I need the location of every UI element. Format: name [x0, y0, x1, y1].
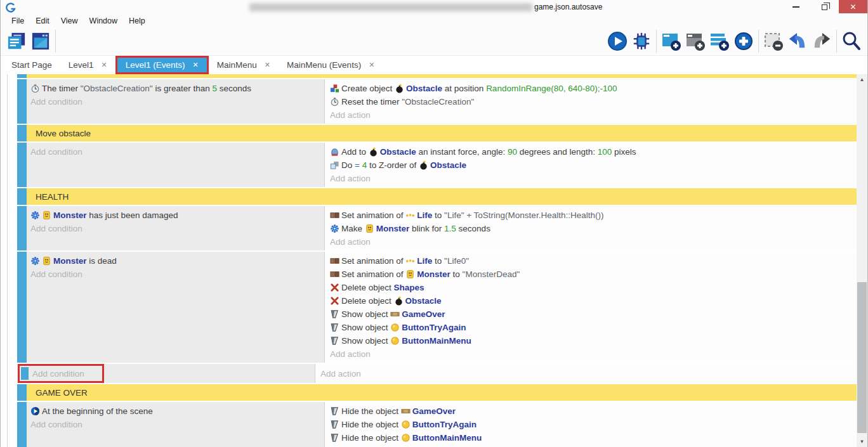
event-handle[interactable]: [17, 384, 27, 401]
events-sheet-icon[interactable]: [4, 29, 29, 54]
conditions-column: Add condition: [17, 364, 315, 383]
event-handle[interactable]: [17, 252, 27, 363]
event-block[interactable]: Monster has just been damagedAdd conditi…: [17, 206, 858, 250]
text-segment: degrees and length:: [517, 147, 598, 157]
delete-icon: [330, 283, 340, 292]
add-action-button[interactable]: Add action: [330, 108, 858, 122]
event-handle[interactable]: [17, 79, 27, 124]
add-condition-button[interactable]: Add condition: [30, 418, 324, 431]
scene-editor-icon[interactable]: [29, 29, 53, 54]
close-icon[interactable]: ✕: [265, 61, 270, 69]
menu-view[interactable]: View: [55, 16, 84, 25]
comment-row[interactable]: [27, 74, 858, 78]
action-row[interactable]: Hide the object GameOver: [330, 405, 858, 418]
menu-file[interactable]: File: [6, 16, 30, 25]
close-icon[interactable]: ✕: [102, 61, 107, 69]
add-condition-button[interactable]: Add condition: [30, 222, 324, 235]
action-row[interactable]: Delete object Obstacle: [330, 294, 858, 308]
action-row[interactable]: Hide the object ButtonTryAgain: [330, 418, 858, 431]
event-handle[interactable]: [17, 74, 27, 78]
play-icon[interactable]: [605, 29, 629, 54]
event-block[interactable]: The timer "ObstacleCreation" is greater …: [17, 79, 858, 124]
monster-icon: [365, 224, 375, 233]
event-handle[interactable]: [17, 402, 27, 447]
tab-mainmenu[interactable]: MainMenu✕: [209, 56, 279, 74]
event-handle[interactable]: [17, 125, 27, 141]
add-condition-button[interactable]: Add condition: [32, 369, 84, 379]
event-handle[interactable]: [17, 143, 27, 187]
close-icon[interactable]: ✕: [193, 61, 199, 69]
add-subevent-icon[interactable]: [683, 29, 707, 54]
remove-event-icon[interactable]: [761, 29, 786, 54]
event-block[interactable]: At the beginning of the sceneAdd conditi…: [17, 402, 858, 447]
event-handle[interactable]: [17, 188, 27, 205]
tab-level1[interactable]: Level1✕: [60, 56, 115, 74]
add-action-button[interactable]: Add action: [320, 367, 858, 380]
scrollbar-thumb[interactable]: [857, 282, 867, 433]
text-segment: Show object: [341, 323, 390, 332]
action-row[interactable]: Set animation of Life to "Life" + ToStri…: [330, 209, 858, 222]
add-action-button[interactable]: Add action: [330, 444, 858, 447]
add-event-icon[interactable]: [659, 29, 683, 54]
visibility-icon: [330, 420, 340, 429]
menu-help[interactable]: Help: [123, 16, 151, 25]
comment-row[interactable]: HEALTH: [27, 188, 858, 205]
text-segment: Create object: [341, 84, 395, 93]
action-row[interactable]: Reset the timer "ObstacleCreation": [330, 95, 858, 108]
scroll-down-icon[interactable]: ▼: [857, 439, 867, 444]
restore-icon: [822, 4, 827, 10]
life-icon: [405, 211, 416, 220]
add-condition-button[interactable]: Add condition: [30, 268, 324, 281]
event-handle[interactable]: [21, 367, 29, 380]
button-icon: [401, 420, 411, 429]
condition-row[interactable]: At the beginning of the scene: [30, 405, 324, 418]
minimize-button[interactable]: [782, 0, 810, 13]
application-window: game.json.autosave ✕ File Edit View Wind…: [0, 0, 868, 447]
tab-mainmenu-events[interactable]: MainMenu (Events)✕: [279, 56, 383, 74]
undo-icon[interactable]: [786, 29, 810, 54]
vertical-scrollbar[interactable]: ▲ ▼: [857, 74, 867, 447]
add-condition-button[interactable]: Add condition: [30, 145, 324, 159]
condition-row[interactable]: The timer "ObstacleCreation" is greater …: [30, 82, 324, 95]
button-icon: [401, 433, 411, 443]
text-segment: blink for: [409, 224, 444, 233]
search-icon[interactable]: [839, 29, 864, 54]
action-row[interactable]: Add to Obstacle an instant force, angle:…: [330, 145, 858, 159]
close-button[interactable]: ✕: [839, 0, 867, 13]
comment-row[interactable]: GAME OVER: [27, 384, 858, 401]
action-row[interactable]: Delete object Shapes: [330, 281, 858, 294]
action-row[interactable]: Set animation of Life to "Life0": [330, 254, 858, 268]
event-handle[interactable]: [17, 206, 27, 250]
scroll-up-icon[interactable]: ▲: [857, 77, 867, 82]
add-circle-icon[interactable]: [732, 29, 756, 54]
add-action-button[interactable]: Add action: [330, 235, 858, 249]
action-row[interactable]: Show object ButtonTryAgain: [330, 321, 858, 334]
conditions-column: At the beginning of the sceneAdd conditi…: [27, 402, 324, 447]
event-block[interactable]: Add conditionAdd to Obstacle an instant …: [17, 143, 858, 187]
button-icon: [390, 323, 400, 332]
action-row[interactable]: Create object Obstacle at position Rando…: [330, 82, 858, 95]
action-row[interactable]: Hide the object ButtonMainMenu: [330, 431, 858, 444]
condition-row[interactable]: Monster is dead: [30, 254, 324, 268]
add-condition-button[interactable]: Add condition: [30, 95, 324, 108]
menu-window[interactable]: Window: [84, 16, 123, 25]
add-comment-icon[interactable]: [707, 29, 732, 54]
condition-row[interactable]: Monster has just been damaged: [30, 209, 324, 222]
close-icon[interactable]: ✕: [369, 61, 374, 69]
add-action-button[interactable]: Add action: [330, 172, 858, 185]
action-row[interactable]: Make Monster blink for 1.5 seconds: [330, 222, 858, 235]
tab-start-page[interactable]: Start Page: [3, 56, 60, 74]
menu-edit[interactable]: Edit: [30, 16, 55, 25]
add-action-button[interactable]: Add action: [330, 347, 858, 361]
action-row[interactable]: Set animation of Monster to "MonsterDead…: [330, 268, 858, 281]
action-row[interactable]: Do = 4 to Z-order of Obstacle: [330, 159, 858, 172]
event-block[interactable]: ▾Monster is deadAdd conditionSet animati…: [17, 252, 858, 363]
comment-row[interactable]: Move obstacle: [27, 125, 858, 141]
action-row[interactable]: Show object ButtonMainMenu: [330, 334, 858, 347]
redo-icon[interactable]: [810, 29, 834, 54]
restore-button[interactable]: [810, 0, 839, 13]
action-row[interactable]: Show object GameOver: [330, 308, 858, 321]
debug-icon[interactable]: [629, 29, 654, 54]
tab-level1-events[interactable]: Level1 (Events)✕: [115, 56, 209, 74]
toolbar-separator: [836, 30, 837, 53]
